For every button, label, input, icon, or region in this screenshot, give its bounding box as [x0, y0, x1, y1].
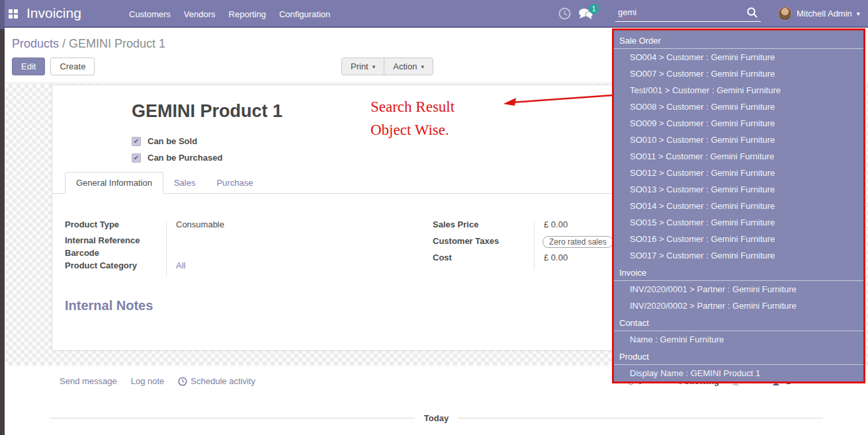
search-result-item[interactable]: SO011 > Customer : Gemini Furniture	[614, 148, 863, 165]
breadcrumb: Products / GEMINI Product 1	[12, 37, 165, 51]
search-result-item[interactable]: SO007 > Customer : Gemini Furniture	[614, 65, 863, 82]
chatter-action-send-message[interactable]: Send message	[60, 376, 117, 386]
breadcrumb-parent-link[interactable]: Products	[12, 37, 59, 50]
search-result-item[interactable]: SO004 > Customer : Gemini Furniture	[614, 49, 863, 65]
search-group-header-invoice: Invoice	[614, 264, 863, 281]
search-result-item[interactable]: SO008 > Customer : Gemini Furniture	[614, 99, 863, 115]
search-result-item[interactable]: SO016 > Customer : Gemini Furniture	[614, 231, 863, 247]
chatter-action-label: Send message	[60, 376, 117, 386]
search-icon[interactable]	[746, 7, 758, 19]
search-result-item[interactable]: Name : Gemini Furniture	[614, 331, 863, 348]
chatter-action-label: Schedule activity	[191, 376, 255, 386]
search-group-header-sale-order: Sale Order	[614, 32, 863, 49]
search-result-item[interactable]: SO017 > Customer : Gemini Furniture	[614, 247, 863, 264]
action-button[interactable]: Action▾	[384, 58, 433, 75]
nav-menu-reporting[interactable]: Reporting	[229, 9, 266, 19]
field-value: Zero rated sales	[542, 236, 613, 248]
field-row-product-type: Product TypeConsumable	[65, 219, 376, 235]
field-label: Cost	[433, 253, 535, 262]
field-label: Sales Price	[433, 219, 535, 229]
nav-menu-customers[interactable]: Customers	[129, 9, 171, 19]
fields-left-column: Product TypeConsumableInternal Reference…	[65, 219, 376, 276]
field-value[interactable]: All	[167, 260, 185, 270]
search-input-value: gemi	[618, 7, 636, 17]
search-result-item[interactable]: SO010 > Customer : Gemini Furniture	[614, 132, 863, 148]
search-result-item[interactable]: Test/001 > Customer : Gemini Furniture	[614, 82, 863, 99]
user-menu[interactable]: Mitchell Admin ▾	[778, 7, 860, 20]
search-result-item[interactable]: INV/2020/0001 > Partner : Gemini Furnitu…	[614, 281, 863, 297]
print-action-group: Print▾ Action▾	[341, 58, 433, 75]
breadcrumb-current: GEMINI Product 1	[69, 37, 165, 50]
search-result-item[interactable]: SO013 > Customer : Gemini Furniture	[614, 181, 863, 198]
date-divider-label: Today	[424, 413, 449, 423]
product-flags: ✔Can be Sold✔Can be Purchased	[132, 133, 222, 166]
field-label: Product Category	[65, 260, 167, 270]
annotation-text: Search Result Object Wise.	[370, 95, 455, 141]
search-result-item[interactable]: SO014 > Customer : Gemini Furniture	[614, 198, 863, 214]
field-label: Product Type	[65, 219, 167, 229]
app-brand[interactable]: Invoicing	[26, 5, 81, 21]
checkbox-label: Can be Sold	[148, 136, 197, 146]
screen: Invoicing CustomersVendorsReportingConfi…	[0, 0, 868, 435]
field-value: £ 0.00	[535, 219, 568, 229]
chevron-down-icon: ▾	[421, 63, 424, 70]
breadcrumb-separator: /	[59, 37, 69, 50]
field-label: Internal Reference	[65, 235, 167, 245]
print-button[interactable]: Print▾	[342, 58, 384, 75]
search-result-item[interactable]: SO015 > Customer : Gemini Furniture	[614, 214, 863, 231]
field-value: Consumable	[167, 219, 224, 229]
tab-purchase[interactable]: Purchase	[206, 173, 263, 193]
activity-clock-icon[interactable]	[558, 7, 571, 20]
tab-sales[interactable]: Sales	[163, 173, 206, 193]
field-row-barcode: Barcode	[65, 248, 376, 260]
nav-menu-vendors[interactable]: Vendors	[184, 9, 216, 19]
field-label: Customer Taxes	[433, 236, 535, 246]
tab-general-information[interactable]: General Information	[65, 172, 163, 194]
apps-grid-icon[interactable]	[9, 9, 18, 19]
nav-menus: CustomersVendorsReportingConfiguration	[129, 9, 330, 19]
field-row-internal-reference: Internal Reference	[65, 235, 376, 248]
checkbox-checked-icon[interactable]: ✔	[132, 153, 141, 163]
navbar: Invoicing CustomersVendorsReportingConfi…	[0, 0, 868, 28]
checkbox-row: ✔Can be Sold	[132, 133, 222, 149]
window-edge-strip-bottom	[0, 29, 5, 435]
chatter-action-label: Log note	[131, 376, 165, 386]
user-avatar	[778, 7, 792, 20]
chatter-actions: Send messageLog noteSchedule activity	[60, 376, 255, 386]
clock-icon	[178, 377, 187, 386]
nav-menu-configuration[interactable]: Configuration	[279, 9, 330, 19]
annotation-line-1: Search Result	[370, 95, 455, 118]
checkbox-checked-icon[interactable]: ✔	[132, 137, 141, 146]
chevron-down-icon: ▾	[372, 63, 376, 70]
checkbox-row: ✔Can be Purchased	[132, 149, 222, 166]
chatter-action-schedule-activity[interactable]: Schedule activity	[178, 376, 255, 386]
form-buttons: Edit Create	[12, 58, 95, 75]
edit-button[interactable]: Edit	[12, 58, 45, 75]
field-label: Barcode	[65, 248, 167, 258]
search-result-item[interactable]: Display Name : GEMINI Product 1	[614, 365, 863, 381]
search-results-dropdown: Sale OrderSO004 > Customer : Gemini Furn…	[612, 28, 865, 383]
product-title: GEMINI Product 1	[132, 101, 282, 122]
annotation-line-2: Object Wise.	[370, 118, 455, 141]
field-row-product-category: Product CategoryAll	[65, 260, 376, 276]
window-edge-strip-top	[0, 0, 5, 29]
search-result-item[interactable]: SO012 > Customer : Gemini Furniture	[614, 165, 863, 181]
search-group-header-contact: Contact	[614, 314, 863, 331]
search-result-item[interactable]: SO009 > Customer : Gemini Furniture	[614, 115, 863, 132]
user-name: Mitchell Admin	[797, 9, 852, 19]
search-result-item[interactable]: INV/2020/0002 > Partner : Gemini Furnitu…	[614, 297, 863, 314]
internal-notes-heading: Internal Notes	[65, 298, 153, 313]
search-group-header-product: Product	[614, 348, 863, 365]
create-button[interactable]: Create	[50, 58, 95, 75]
messages-badge: 1	[589, 4, 599, 14]
checkbox-label: Can be Purchased	[148, 153, 222, 163]
chatter-action-log-note[interactable]: Log note	[131, 376, 165, 386]
search-input[interactable]: gemi	[615, 5, 761, 22]
field-value: £ 0.00	[535, 253, 568, 262]
annotation-arrow	[499, 90, 619, 110]
chevron-down-icon: ▾	[857, 10, 860, 17]
date-divider: Today	[50, 413, 823, 423]
